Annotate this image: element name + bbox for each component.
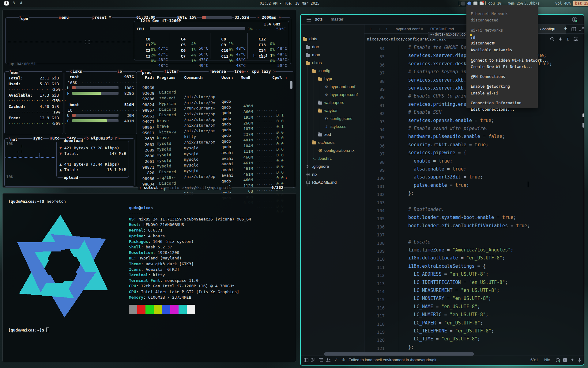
tree-item-wallpapers[interactable]: wallpapers: [301, 99, 362, 107]
tree-item-hypr[interactable]: hypr: [301, 75, 362, 83]
language-selector[interactable]: Nix: [544, 358, 550, 362]
btop-terminal[interactable]: 1cpu menu preset * 01:32:08 BAT▲ 15% 33.…: [2, 9, 296, 188]
sync-button[interactable]: sync: [32, 136, 43, 140]
nav-more-icon[interactable]: ⋮: [385, 26, 389, 31]
menu-item[interactable]: Enable Wi-Fi: [471, 90, 498, 96]
zed-editor-window[interactable]: dots master dots doc mac nixos .config h…: [300, 14, 584, 366]
proc-footer-kill[interactable]: kill: [197, 186, 207, 190]
reverse-button[interactable]: reverse: [209, 69, 227, 74]
filter-button[interactable]: filter: [164, 69, 179, 74]
tree-item-.gitignore[interactable]: .gitignore: [301, 163, 362, 171]
collab-avatar[interactable]: [572, 17, 577, 23]
nav-back-icon[interactable]: ←: [369, 26, 373, 31]
diagnostics-ok-icon[interactable]: ✓: [334, 357, 338, 362]
mem-percent: 25%: [48, 87, 60, 92]
cpu-core-row: C7 1% 49°C: [171, 49, 209, 68]
assistant-sparkle-icon[interactable]: [558, 37, 563, 41]
net-tab[interactable]: 3net: [8, 136, 18, 142]
menu-item[interactable]: Connect to Hidden Wi-Fi Network...: [471, 57, 549, 63]
copilot-icon[interactable]: [556, 358, 560, 362]
tree-item-style.css[interactable]: # style.css: [301, 123, 362, 131]
iface-switcher[interactable]: <b wlp0s20f3 n>: [83, 136, 120, 140]
search-icon[interactable]: [550, 37, 555, 41]
shield-icon[interactable]: [461, 2, 465, 6]
disks-content: root 937G 168K ······················ U …: [65, 71, 137, 134]
workspace-button-3[interactable]: 3: [11, 1, 17, 6]
cursor-position[interactable]: 69:1: [530, 358, 538, 362]
inline-edit-icon[interactable]: I: [567, 37, 569, 41]
tree-item-dots[interactable]: dots: [301, 35, 362, 43]
sort-pager[interactable]: < cpu lazy >: [246, 69, 276, 74]
code-line: LC_NUMERIC = "en_US.UTF-8";: [403, 312, 488, 320]
menu-item-wifi-network[interactable]: #: [471, 33, 495, 40]
tree-item-nix[interactable]: nix: [301, 171, 362, 178]
root-used-bar: [72, 86, 119, 89]
proc-footer-signals[interactable]: signals: [213, 186, 232, 190]
line-number: 93: [364, 118, 385, 126]
menu-item[interactable]: Enable Networking: [471, 83, 510, 90]
tree-item-hyprpaper.conf[interactable]: ⚙ hyprpaper.conf: [301, 91, 362, 99]
mic-icon[interactable]: [578, 358, 581, 362]
auto-button[interactable]: auto: [49, 136, 60, 140]
tree-item-config.jsonc[interactable]: {} config.jsonc: [301, 115, 362, 123]
menu-item[interactable]: Connection Information: [471, 100, 522, 106]
cpu-tab[interactable]: 1cpu: [19, 15, 29, 21]
outline-panel-icon[interactable]: [318, 358, 323, 362]
split-pane-icon[interactable]: [571, 27, 576, 31]
workspace-button-4[interactable]: 4: [18, 1, 24, 6]
tab-hyprland.conf[interactable]: hyprland.conf ×: [393, 25, 427, 34]
new-tab-button[interactable]: +: [564, 26, 567, 31]
status-message[interactable]: Failed to load shell environment in /hom…: [349, 358, 440, 362]
git-panel-icon[interactable]: [311, 358, 315, 362]
git-icon: [306, 165, 310, 168]
tree-item-doc[interactable]: doc: [301, 43, 362, 51]
tree-item-.config[interactable]: .config: [301, 67, 362, 75]
menu-item[interactable]: Edit Connections...: [471, 106, 514, 113]
tree-item-nixos[interactable]: nixos: [301, 59, 362, 67]
tree-item-waybar[interactable]: waybar: [301, 107, 362, 115]
terminal-panel-icon[interactable]: [563, 358, 567, 362]
app-menu-icon[interactable]: [306, 17, 311, 22]
menu-item[interactable]: Available networks: [471, 47, 512, 53]
terminal-icon: >_: [312, 155, 316, 163]
tree-item-etc/nixos[interactable]: etc/nixos: [301, 139, 362, 147]
nav-forward-icon[interactable]: →: [377, 26, 381, 31]
zed-titlebar[interactable]: dots master: [301, 15, 584, 25]
status-bar: ✓ ⚠ Failed to load shell environment in …: [301, 355, 584, 365]
menu-item[interactable]: Disconnect: [471, 40, 494, 46]
project-panel[interactable]: dots doc mac nixos .config hypr ⚙ hyprla…: [301, 25, 364, 356]
tree-item-mac[interactable]: mac: [301, 51, 362, 59]
proc-tab[interactable]: 4proc: [140, 69, 152, 75]
workspace-button-1[interactable]: 1: [4, 1, 9, 6]
tree-item-configuration.nix[interactable]: configuration.nix: [301, 147, 362, 155]
code-line: enable = true;: [403, 158, 453, 166]
tree-item-zed[interactable]: zed: [301, 131, 362, 139]
tab-configu[interactable]: ● configu: [537, 25, 566, 34]
bar-module-bat[interactable]: bat 15%: [573, 1, 588, 6]
tree-item-hyprland.conf[interactable]: ⚙ hyprland.conf: [301, 83, 362, 91]
project-name[interactable]: dots: [315, 17, 323, 21]
bar-module-vol[interactable]: vol 40%: [555, 1, 571, 6]
preset-button[interactable]: preset *: [92, 15, 112, 20]
tree-item-README.md[interactable]: README.md: [301, 178, 362, 186]
assistant-icon[interactable]: [570, 358, 574, 362]
git-branch[interactable]: master: [331, 17, 343, 21]
project-panel-icon[interactable]: [304, 358, 308, 362]
menu-item[interactable]: Create New Wi-Fi Network...: [471, 63, 533, 70]
proc-scrollbar[interactable]: [290, 81, 292, 89]
tree-item-.bashrc[interactable]: >_ .bashrc: [301, 155, 362, 163]
line-number: 110: [364, 255, 385, 263]
collab-panel-icon[interactable]: [326, 358, 331, 362]
menu-button[interactable]: menu: [58, 15, 69, 20]
editor-settings-icon[interactable]: [573, 37, 578, 41]
mem-tab[interactable]: 2mem: [9, 69, 19, 75]
proc-footer-info[interactable]: info ↵: [169, 186, 185, 190]
update-interval[interactable]: - 2000ms +: [256, 15, 281, 20]
shell-prompt-cursor[interactable]: [qudo@nixos:~]$: [8, 328, 49, 332]
maximize-pane-icon[interactable]: [579, 27, 584, 31]
menu-item[interactable]: VPN Connections: [471, 73, 505, 80]
tree-button[interactable]: tree: [234, 69, 244, 74]
neofetch-terminal[interactable]: [qudo@nixos:~]$ neofetch qudo@nixos ----…: [2, 193, 296, 362]
proc-footer-select[interactable]: ↑ select ↓: [138, 186, 164, 190]
line-number: 118: [364, 320, 385, 328]
